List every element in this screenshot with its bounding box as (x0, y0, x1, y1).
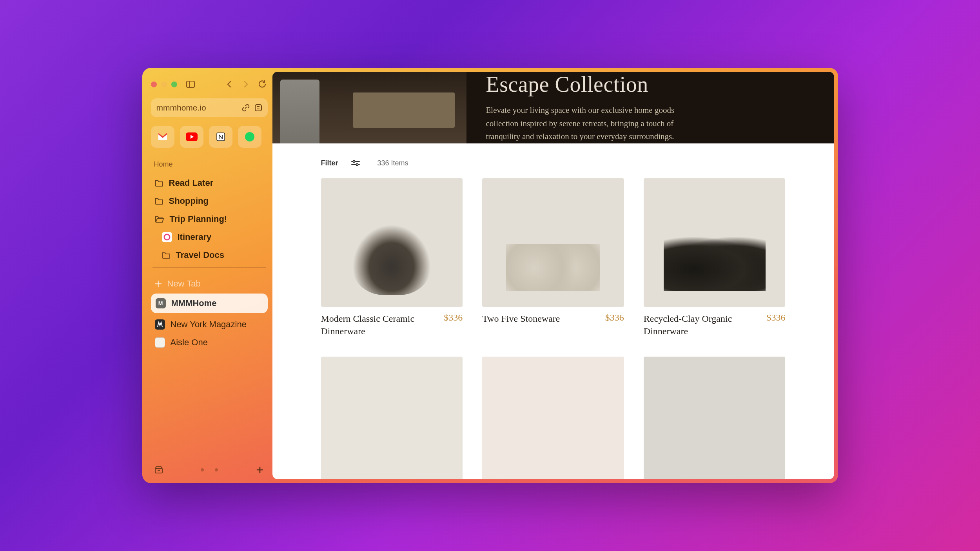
hero-image (272, 72, 466, 143)
filter-icon[interactable] (351, 160, 360, 166)
pinned-youtube[interactable] (180, 126, 203, 148)
product-image (644, 178, 786, 307)
pinned-notion[interactable] (209, 126, 232, 148)
tab-nymag[interactable]: New York Magazine (151, 315, 268, 334)
product-image (482, 357, 624, 479)
browser-window: mmmhome.io Home (142, 68, 838, 483)
pinned-gmail[interactable] (151, 126, 174, 148)
folder-label: Read Later (169, 178, 214, 188)
product-card[interactable]: Two Five Stoneware $336 (482, 178, 624, 338)
tab-label: Aisle One (171, 337, 208, 348)
item-count: 336 Items (377, 159, 408, 167)
product-image (644, 357, 786, 479)
url-bar[interactable]: mmmhome.io (151, 98, 268, 117)
tab-mmmhome[interactable]: M MMMHome (151, 294, 268, 313)
sidebar-toggle-icon[interactable] (185, 79, 196, 90)
hero-banner: Escape Collection Elevate your living sp… (272, 72, 834, 143)
product-card[interactable] (482, 357, 624, 479)
svg-rect-0 (187, 81, 194, 87)
subitem-travel-docs[interactable]: Travel Docs (158, 246, 268, 264)
hero-description: Elevate your living space with our exclu… (486, 104, 690, 143)
forward-button[interactable] (240, 79, 251, 90)
new-tab-button[interactable]: New Tab (151, 274, 268, 294)
page-content: Escape Collection Elevate your living sp… (272, 72, 834, 479)
minimize-window-button[interactable] (161, 82, 167, 87)
favicon: M (156, 298, 166, 308)
folder-icon (155, 198, 163, 205)
subitem-label: Travel Docs (176, 250, 225, 260)
svg-point-16 (353, 161, 355, 163)
product-card[interactable]: Recycled-Clay Organic Dinnerware $336 (644, 178, 786, 338)
tab-label: New York Magazine (171, 319, 247, 330)
space-label[interactable]: Home (154, 160, 265, 169)
new-space-button[interactable] (254, 464, 265, 475)
folder-label: Shopping (169, 196, 209, 206)
product-price: $336 (766, 312, 785, 323)
folder-shopping[interactable]: Shopping (151, 192, 268, 210)
svg-point-18 (356, 164, 358, 166)
filter-label: Filter (321, 159, 338, 167)
favicon (155, 337, 165, 348)
product-name: Recycled-Clay Organic Dinnerware (644, 312, 760, 338)
product-name: Two Five Stoneware (482, 312, 560, 325)
folder-icon (155, 179, 163, 187)
svg-rect-2 (255, 105, 261, 111)
svg-point-7 (245, 132, 254, 141)
plus-icon (155, 280, 162, 287)
space-indicator[interactable] (201, 468, 218, 471)
space-dot (201, 468, 204, 471)
sidebar: mmmhome.io Home (146, 72, 272, 479)
sidebar-footer (151, 461, 268, 475)
new-tab-label: New Tab (167, 279, 201, 289)
filter-bar: Filter 336 Items (272, 143, 834, 178)
window-controls-row (151, 79, 268, 90)
subitem-label: Itinerary (178, 232, 212, 242)
product-price: $336 (444, 312, 463, 323)
subitem-itinerary[interactable]: Itinerary (158, 228, 268, 246)
sidebar-divider (152, 267, 266, 268)
tab-label: MMMHome (171, 298, 217, 308)
product-card[interactable]: Modern Classic Ceramic Dinnerware $336 (321, 178, 463, 338)
itinerary-icon (162, 232, 172, 242)
traffic-lights (151, 82, 177, 87)
product-image (482, 178, 624, 307)
folder-icon (162, 252, 171, 259)
svg-point-8 (164, 234, 170, 240)
product-image (321, 178, 463, 307)
url-text: mmmhome.io (156, 103, 206, 112)
pinned-spotify[interactable] (238, 126, 261, 148)
product-image (321, 357, 463, 479)
close-window-button[interactable] (151, 82, 157, 87)
product-card[interactable] (321, 357, 463, 479)
folder-trip-planning[interactable]: Trip Planning! (151, 210, 268, 228)
hero-title: Escape Collection (486, 72, 815, 97)
maximize-window-button[interactable] (171, 82, 177, 87)
pinned-tabs (151, 126, 268, 148)
folder-read-later[interactable]: Read Later (151, 174, 268, 192)
archive-icon[interactable] (153, 464, 164, 475)
tab-aisleone[interactable]: Aisle One (151, 334, 268, 352)
favicon (155, 319, 165, 330)
product-card[interactable] (644, 357, 786, 479)
product-grid: Modern Classic Ceramic Dinnerware $336 T… (272, 178, 834, 479)
folder-open-icon (155, 216, 164, 223)
back-button[interactable] (224, 79, 235, 90)
folder-label: Trip Planning! (170, 214, 227, 224)
product-name: Modern Classic Ceramic Dinnerware (321, 312, 438, 338)
site-settings-icon[interactable] (254, 104, 262, 112)
space-dot (215, 468, 218, 471)
hero-text: Escape Collection Elevate your living sp… (466, 72, 834, 143)
reload-button[interactable] (257, 79, 268, 90)
link-icon[interactable] (242, 104, 250, 112)
product-price: $336 (605, 312, 624, 323)
